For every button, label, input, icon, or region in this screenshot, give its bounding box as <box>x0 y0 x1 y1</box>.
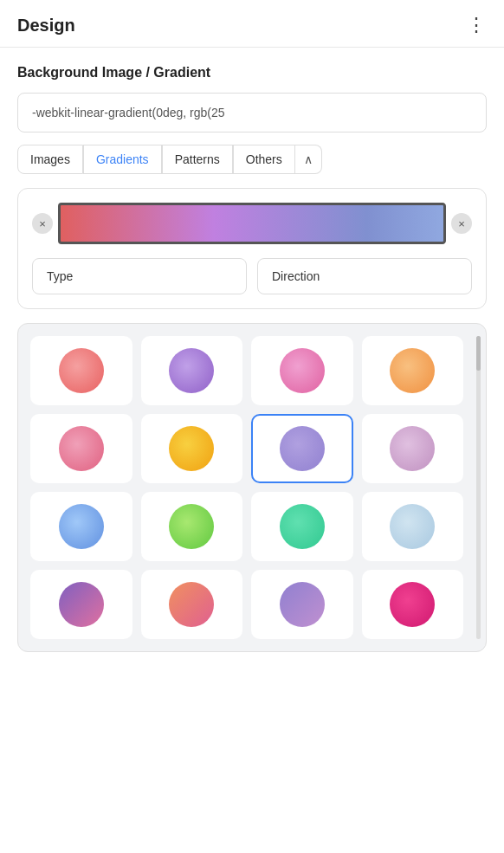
swatch-circle <box>169 426 214 471</box>
gradient-bar[interactable] <box>58 203 446 244</box>
header: Design ⋮ <box>0 0 504 48</box>
swatch-card[interactable] <box>251 414 353 483</box>
close-right-button[interactable]: × <box>451 213 472 234</box>
swatch-circle <box>169 504 214 549</box>
swatch-card[interactable] <box>141 492 243 561</box>
swatch-circle <box>59 426 104 471</box>
gradient-input[interactable]: -webkit-linear-gradient(0deg, rgb(25 <box>17 93 487 132</box>
tab-collapse-button[interactable]: ∧ <box>295 145 322 174</box>
tab-patterns[interactable]: Patterns <box>162 145 233 174</box>
swatch-circle <box>169 348 214 393</box>
swatch-circle <box>59 582 104 627</box>
close-left-button[interactable]: × <box>32 213 53 234</box>
more-options-icon[interactable]: ⋮ <box>467 14 487 36</box>
swatch-circle <box>390 348 435 393</box>
swatch-card[interactable] <box>362 570 464 639</box>
tab-images[interactable]: Images <box>17 145 83 174</box>
section-title: Background Image / Gradient <box>17 65 487 81</box>
tab-others[interactable]: Others <box>233 145 295 174</box>
swatches-grid <box>30 336 474 639</box>
swatch-circle <box>59 348 104 393</box>
background-section: Background Image / Gradient -webkit-line… <box>0 48 504 309</box>
swatch-card[interactable] <box>141 570 243 639</box>
scrollbar-thumb[interactable] <box>476 336 481 371</box>
swatch-card[interactable] <box>362 492 464 561</box>
swatch-card[interactable] <box>362 414 464 483</box>
gradient-swatches-panel <box>17 323 487 652</box>
type-direction-row: Type Direction <box>32 258 472 294</box>
swatch-circle <box>390 426 435 471</box>
tab-gradients[interactable]: Gradients <box>83 145 162 174</box>
tab-row: Images Gradients Patterns Others ∧ <box>17 145 487 174</box>
swatch-circle <box>280 348 325 393</box>
swatch-card[interactable] <box>251 570 353 639</box>
swatch-card[interactable] <box>141 336 243 405</box>
swatch-card[interactable] <box>251 336 353 405</box>
swatch-card[interactable] <box>30 570 132 639</box>
type-button[interactable]: Type <box>32 258 247 294</box>
swatch-circle <box>59 504 104 549</box>
swatch-card[interactable] <box>362 336 464 405</box>
swatch-circle <box>390 582 435 627</box>
swatch-circle <box>390 504 435 549</box>
swatch-circle <box>280 504 325 549</box>
swatch-circle <box>280 426 325 471</box>
swatch-card[interactable] <box>141 414 243 483</box>
swatch-card[interactable] <box>30 336 132 405</box>
swatch-card[interactable] <box>30 492 132 561</box>
direction-button[interactable]: Direction <box>257 258 472 294</box>
swatch-card[interactable] <box>251 492 353 561</box>
gradient-bar-row: × × <box>32 203 472 244</box>
page-title: Design <box>17 16 75 36</box>
swatch-circle <box>280 582 325 627</box>
scrollbar-track[interactable] <box>476 336 481 639</box>
gradient-editor-panel: × × Type Direction <box>17 188 487 309</box>
swatch-circle <box>169 582 214 627</box>
swatch-card[interactable] <box>30 414 132 483</box>
